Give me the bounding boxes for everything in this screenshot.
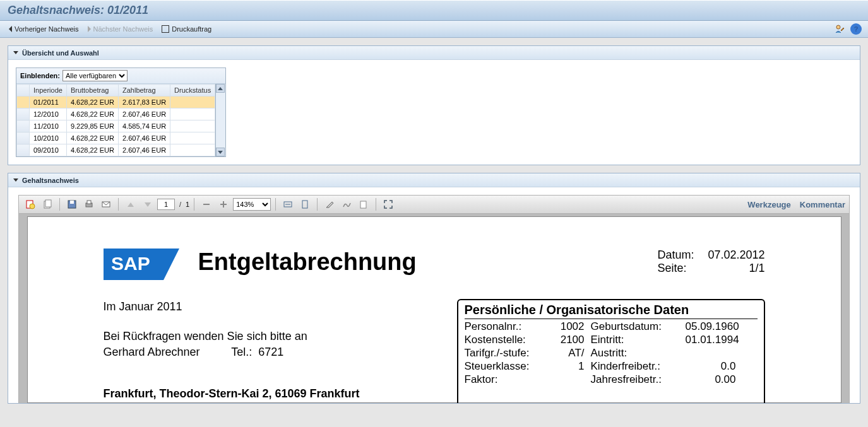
chevron-down-icon (13, 178, 18, 182)
svg-rect-8 (87, 201, 91, 204)
cell-printstatus (170, 144, 215, 156)
table-row[interactable]: 11/20109.229,85 EUR4.585,74 EUR (17, 120, 215, 132)
tarif-value: AT/ (547, 347, 591, 360)
kosten-label: Kostenstelle: (465, 334, 547, 346)
cell-printstatus (170, 120, 215, 132)
row-selector[interactable] (17, 97, 30, 108)
contact-intro: Bei Rückfragen wenden Sie sich bitte an (104, 330, 307, 342)
help-icon[interactable]: ? (850, 23, 862, 35)
faktor-label: Faktor: (465, 373, 547, 386)
overview-table-wrap: Einblenden: Alle verfügbaren Inperiode B… (16, 67, 226, 157)
pdf-viewport[interactable]: SAP Entgeltabrechnung Datum: 07.02.2012 … (18, 214, 850, 403)
overview-header[interactable]: Übersicht und Auswahl (8, 46, 860, 60)
pdf-page-down-button[interactable] (140, 197, 155, 211)
table-scrollbar[interactable] (215, 84, 225, 156)
print-order-button[interactable]: Druckauftrag (159, 24, 214, 34)
title-bar: Gehaltsnachweis: 01/2011 (0, 0, 868, 21)
overview-panel: Übersicht und Auswahl Einblenden: Alle v… (8, 45, 860, 165)
geburt-label: Geburtsdatum: (591, 320, 686, 333)
pdf-tools-link[interactable]: Werkzeuge (747, 200, 790, 209)
cell-gross: 4.628,22 EUR (66, 144, 118, 156)
payslip-header[interactable]: Gehaltsnachweis (8, 173, 860, 187)
pdf-export-button[interactable] (23, 197, 38, 211)
contact-name: Gerhard Abrechner (104, 346, 200, 358)
pdf-fullscreen-button[interactable] (381, 197, 396, 211)
row-selector[interactable] (17, 108, 30, 120)
pdf-zoom-in-button[interactable] (216, 197, 231, 211)
cell-period: 09/2010 (30, 144, 67, 156)
col-period[interactable]: Inperiode (30, 85, 67, 97)
row-selector[interactable] (17, 132, 30, 144)
col-gross[interactable]: Bruttobetrag (66, 85, 118, 97)
austritt-label: Austritt: (591, 347, 686, 360)
scroll-up-button[interactable] (216, 84, 225, 93)
pdf-email-button[interactable] (98, 197, 114, 211)
cell-gross: 4.628,22 EUR (66, 132, 118, 144)
tarif-label: Tarifgr./-stufe: (465, 347, 547, 360)
cell-period: 01/2011 (30, 97, 67, 108)
cell-gross: 9.229,85 EUR (66, 120, 118, 132)
pdf-edit-button[interactable] (322, 197, 337, 211)
prev-label: Vorheriger Nachweis (15, 25, 79, 33)
eintritt-label: Eintritt: (591, 334, 686, 346)
pdf-page: SAP Entgeltabrechnung Datum: 07.02.2012 … (27, 216, 841, 403)
cell-period: 11/2010 (30, 120, 67, 132)
cell-period: 10/2010 (30, 132, 67, 144)
svg-point-2 (30, 204, 35, 209)
row-selector[interactable] (17, 144, 30, 156)
jahres-label: Jahresfreibetr.: (591, 373, 686, 386)
pdf-fit-width-button[interactable] (280, 197, 295, 211)
cell-pay: 2.607,46 EUR (118, 132, 170, 144)
cell-pay: 2.607,46 EUR (118, 144, 170, 156)
faktor-value (547, 373, 591, 386)
steuer-value: 1 (547, 360, 591, 373)
filter-label: Einblenden: (20, 72, 60, 79)
pdf-page-up-button[interactable] (123, 197, 138, 211)
cell-printstatus (170, 108, 215, 120)
document-meta: Datum: 07.02.2012 Seite: 1/1 (658, 249, 765, 275)
payslip-title: Gehaltsnachweis (22, 177, 79, 184)
eintritt-value: 01.01.1994 (686, 334, 742, 346)
col-pay[interactable]: Zahlbetrag (118, 85, 170, 97)
triangle-down-icon (145, 202, 151, 207)
table-row[interactable]: 10/20104.628,22 EUR2.607,46 EUR (17, 132, 215, 144)
pdf-zoom-out-button[interactable] (199, 197, 214, 211)
pdf-fit-page-button[interactable] (297, 197, 312, 211)
cell-gross: 4.628,22 EUR (66, 108, 118, 120)
svg-rect-12 (223, 201, 224, 208)
table-row[interactable]: 12/20104.628,22 EUR2.607,46 EUR (17, 108, 215, 120)
pdf-save-button[interactable] (64, 197, 80, 211)
pdf-page-input[interactable] (157, 199, 175, 210)
cell-gross: 4.628,22 EUR (66, 97, 118, 108)
svg-rect-14 (302, 201, 307, 208)
jahres-value: 0.00 (686, 373, 742, 386)
personal-data-box: Persönliche / Organisatorische Daten Per… (457, 299, 765, 403)
kinder-label: Kinderfreibetr.: (591, 360, 686, 373)
triangle-up-icon (128, 202, 134, 207)
filter-select[interactable]: Alle verfügbaren (62, 70, 128, 81)
pdf-sign-button[interactable] (339, 197, 354, 211)
page-separator: / (179, 201, 181, 208)
date-value: 07.02.2012 (702, 249, 765, 262)
personalnr-label: Personalnr.: (465, 320, 547, 333)
next-label: Nächster Nachweis (93, 25, 153, 33)
row-selector[interactable] (17, 120, 30, 132)
print-label: Druckauftrag (172, 25, 211, 33)
contact-tel-label: Tel.: (231, 346, 252, 358)
svg-text:SAP: SAP (111, 253, 150, 274)
cell-pay: 2.617,83 EUR (118, 97, 170, 108)
personalize-icon[interactable] (834, 23, 845, 35)
pdf-comment-link[interactable]: Kommentar (800, 200, 845, 209)
page-label: Seite: (658, 262, 696, 275)
pdf-copy-button[interactable] (40, 197, 55, 211)
scroll-down-button[interactable] (216, 148, 225, 156)
period-line: Im Januar 2011 (104, 299, 419, 315)
col-printstatus[interactable]: Druckstatus (170, 85, 215, 97)
pdf-attach-button[interactable] (356, 197, 371, 211)
pdf-zoom-select[interactable]: 143% (233, 198, 271, 211)
svg-rect-15 (360, 201, 366, 208)
table-row[interactable]: 09/20104.628,22 EUR2.607,46 EUR (17, 144, 215, 156)
table-row[interactable]: 01/20114.628,22 EUR2.617,83 EUR (17, 97, 215, 108)
prev-record-button[interactable]: Vorheriger Nachweis (6, 24, 81, 34)
pdf-print-button[interactable] (81, 197, 97, 211)
